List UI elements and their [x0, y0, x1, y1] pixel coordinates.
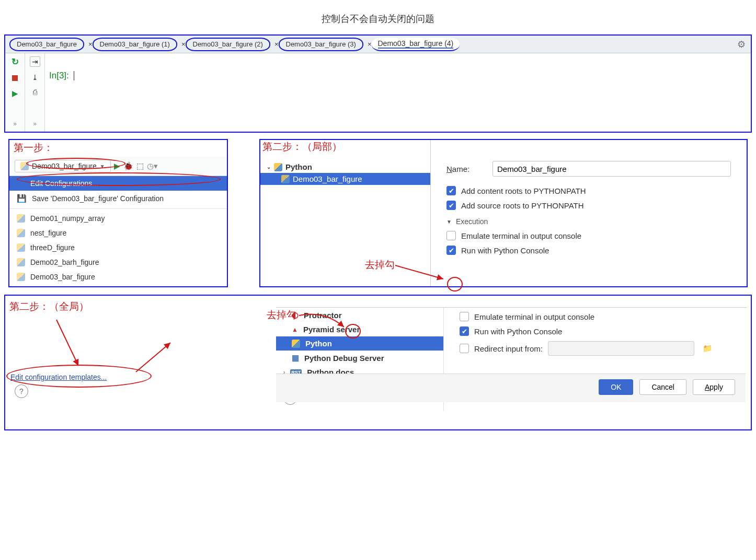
python-icon	[274, 163, 282, 171]
config-item[interactable]: nest_figure	[9, 226, 227, 240]
checkbox-icon	[460, 312, 469, 321]
save-configuration[interactable]: 💾 Save 'Demo03_bar_figure' Configuration	[9, 191, 227, 206]
config-label: Demo02_barh_figure	[30, 258, 99, 266]
redirect-input[interactable]	[548, 341, 694, 356]
checkbox-icon	[460, 344, 469, 353]
console-text[interactable]: In[3]:	[45, 53, 751, 132]
chk-label: Redirect input from:	[474, 344, 543, 353]
add-source-row[interactable]: ✔Add source roots to PYTHONPATH	[446, 201, 731, 210]
annotation-arrow	[55, 319, 87, 371]
tmpl-label: Python	[305, 339, 332, 348]
tab-label: Demo03_bar_figure (2)	[193, 40, 263, 48]
name-input[interactable]	[492, 161, 731, 177]
cancel-button[interactable]: Cancel	[639, 379, 686, 395]
redirect-row[interactable]: Redirect input from: 📁	[460, 341, 731, 356]
emulate-row[interactable]: Emulate terminal in output console	[460, 312, 731, 321]
python-icon	[17, 243, 25, 252]
scroll-icon[interactable]: ⤓	[32, 73, 38, 81]
checkbox-icon	[446, 231, 456, 240]
svg-line-2	[136, 343, 170, 372]
print-icon[interactable]: ⎙	[33, 88, 37, 96]
execution-section[interactable]: ▼Execution	[446, 217, 731, 226]
close-icon[interactable]: ×	[274, 40, 279, 48]
prompt: In[3]:	[49, 71, 72, 80]
run-console-row[interactable]: ✔Run with Python Console	[446, 246, 731, 255]
chk-label: Add source roots to PYTHONPATH	[461, 201, 584, 210]
ok-button[interactable]: OK	[599, 379, 633, 395]
python-icon	[17, 229, 25, 237]
python-icon	[17, 214, 25, 223]
tab-label: Demo03_bar_figure (3)	[286, 40, 356, 48]
svg-line-0	[395, 265, 443, 279]
config-label: threeD_figure	[30, 243, 75, 252]
config-item[interactable]: Demo03_bar_figure	[9, 270, 227, 284]
step1-label: 第一步：	[9, 140, 227, 157]
step2-local-label: 第二步：（局部）	[262, 140, 342, 154]
config-dropdown: Edit Configurations... 💾 Save 'Demo03_ba…	[9, 176, 227, 284]
section-label: Execution	[456, 217, 488, 226]
close-icon[interactable]: ×	[368, 40, 372, 48]
name-label: Name:	[446, 165, 484, 173]
config-label: Demo01_numpy_array	[30, 214, 105, 223]
cursor	[74, 71, 75, 80]
debug-icon: ▦	[292, 353, 299, 363]
python-icon	[292, 340, 300, 348]
tab-label: Demo03_bar_figure (1)	[100, 40, 170, 48]
tree-item[interactable]: Demo03_bar_figure	[260, 173, 430, 185]
config-item[interactable]: Demo01_numpy_array	[9, 211, 227, 226]
annotation-arrow	[395, 263, 453, 284]
tab-3[interactable]: Demo03_bar_figure (3)	[279, 38, 363, 51]
rerun-icon[interactable]: ↻	[12, 56, 19, 67]
save-icon: 💾	[17, 194, 27, 203]
annotation-ellipse	[17, 172, 221, 186]
tree-item-label: Demo03_bar_figure	[293, 174, 362, 183]
profile-icon[interactable]: ◷▾	[147, 161, 158, 171]
gear-icon[interactable]: ⚙	[737, 39, 751, 50]
annotation-text: 去掉勾	[365, 258, 395, 272]
tab-1[interactable]: Demo03_bar_figure (1)	[93, 38, 177, 51]
config-item[interactable]: threeD_figure	[9, 240, 227, 255]
tmpl-debug-server[interactable]: ▦Python Debug Server	[276, 351, 443, 365]
tab-0[interactable]: Demo03_bar_figure	[9, 38, 84, 51]
console-panel: Demo03_bar_figure× Demo03_bar_figure (1)…	[4, 34, 752, 133]
config-item[interactable]: Demo02_barh_figure	[9, 255, 227, 270]
tab-4[interactable]: Demo03_bar_figure (4)	[372, 38, 460, 51]
run-console-row[interactable]: ✔Run with Python Console	[460, 326, 731, 336]
checkbox-icon: ✔	[446, 201, 456, 210]
left-gutter: ↻ ▶ »	[5, 53, 25, 132]
checkbox-icon: ✔	[446, 246, 456, 255]
stop-icon[interactable]	[12, 74, 18, 83]
chk-label: Run with Python Console	[474, 327, 562, 336]
coverage-icon[interactable]: ⬚	[136, 161, 144, 171]
chevron-down-icon: ⌄	[267, 164, 271, 170]
more-icon[interactable]: »	[13, 120, 17, 127]
apply-button[interactable]: Apply	[693, 379, 735, 395]
emulate-row[interactable]: Emulate terminal in output console	[446, 231, 731, 240]
annotation-ellipse	[26, 158, 125, 169]
step2-global-panel: 第二步：（全局） ◐Protractor ▲Pyramid server Pyt…	[4, 295, 752, 430]
tab-2[interactable]: Demo03_bar_figure (2)	[186, 38, 270, 51]
config-label: Demo03_bar_figure	[30, 273, 95, 281]
tmpl-label: Python Debug Server	[304, 354, 384, 363]
name-row: Name:	[446, 161, 731, 177]
config-label: nest_figure	[30, 229, 66, 237]
play-icon[interactable]: ▶	[12, 89, 18, 98]
more-icon[interactable]: »	[33, 120, 37, 127]
python-icon	[17, 258, 25, 266]
wrap-icon[interactable]: ⇥	[30, 56, 40, 67]
tree-root-label: Python	[285, 162, 312, 171]
chevron-down-icon: ▼	[446, 219, 452, 225]
tree-root[interactable]: ⌄ Python	[260, 161, 430, 173]
annotation-arrow	[298, 313, 350, 334]
tmpl-python[interactable]: Python	[276, 336, 443, 351]
close-icon[interactable]: ×	[181, 40, 186, 48]
add-content-row[interactable]: ✔Add content roots to PYTHONPATH	[446, 186, 731, 195]
chk-label: Emulate terminal in output console	[461, 231, 581, 240]
help-icon-outer[interactable]: ?	[15, 384, 28, 398]
folder-icon[interactable]: 📁	[703, 344, 713, 353]
console-body: ↻ ▶ » ⇥ ⤓ ⎙ » In[3]:	[5, 53, 751, 132]
config-form: Name: ✔Add content roots to PYTHONPATH ✔…	[431, 140, 747, 286]
step2-local-panel: 第二步：（局部） ⌄ Python Demo03_bar_figure Name…	[259, 139, 748, 287]
annotation-arrow	[133, 341, 175, 377]
close-icon[interactable]: ×	[88, 40, 93, 48]
